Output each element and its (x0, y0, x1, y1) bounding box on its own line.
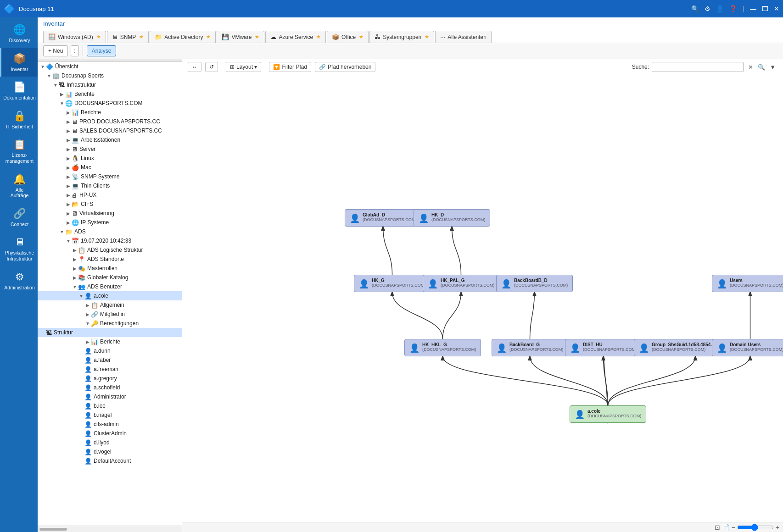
tree-toggle[interactable]: ▶ (65, 128, 72, 133)
tree-toggle[interactable]: ▶ (65, 119, 72, 124)
star-systemgruppen[interactable]: ★ (425, 34, 429, 40)
star-vmware[interactable]: ★ (255, 34, 259, 40)
search-input[interactable] (652, 62, 744, 72)
tree-item[interactable]: ▶ 🔗 Mitglied in (38, 310, 182, 319)
tree-item[interactable]: 👤 DefaultAccount (38, 456, 182, 466)
tree-toggle[interactable]: ▶ (72, 248, 78, 253)
tree-toggle[interactable]: ▼ (39, 64, 46, 69)
tree-toggle[interactable]: ▶ (84, 339, 91, 344)
tree-item[interactable]: 👤 b.nagel (38, 410, 182, 420)
tree-item[interactable]: 👤 a.gregory (38, 374, 182, 383)
tree-item[interactable]: 👤 a.schofield (38, 383, 182, 392)
tree-toggle[interactable]: ▶ (65, 193, 72, 198)
tab-systemgruppen[interactable]: 🖧 Systemgruppen ★ (369, 31, 434, 43)
tree-item[interactable]: ▶ 📊 Berichte (38, 89, 182, 99)
diagram-node-n4[interactable]: 👤 HK_PAL_G (DOCUSNAPSPORTS.COM) (423, 275, 499, 292)
minimize-button[interactable]: — (750, 5, 756, 12)
diagram-node-n5[interactable]: 👤 BackBoardB_D (DOCUSNAPSPORTS.COM) (496, 275, 573, 292)
tree-item[interactable]: ▼ 🏢 Docusnap Sports (38, 71, 182, 80)
sidebar-item-connect[interactable]: 🔗 Connect (0, 203, 38, 232)
diagram-node-n8[interactable]: 👤 BackBoard_G (DOCUSNAPSPORTS.COM) (492, 339, 568, 356)
maximize-button[interactable]: 🗖 (762, 5, 768, 12)
zoom-slider[interactable] (737, 524, 774, 531)
tree-toggle[interactable]: ▼ (84, 321, 91, 326)
tree-item[interactable]: ▶ 🎭 Masterrollen (38, 264, 182, 273)
tree-item[interactable]: 👤 a.dunn (38, 346, 182, 355)
tree-item[interactable]: ▶ 🖥 PROD.DOCUSNAPSPORTS.CC (38, 117, 182, 126)
user-icon[interactable]: 👤 (716, 5, 724, 12)
tree-item[interactable]: 👤 cifs-admin (38, 420, 182, 429)
tree-item[interactable]: ▶ 🌐 IP Systeme (38, 218, 182, 227)
help-icon[interactable]: 🔍 (691, 5, 699, 12)
tree-toggle[interactable]: ▶ (59, 92, 65, 97)
diagram-node-n9[interactable]: 👤 DIST_HU (DOCUSNAPSPORTS.COM) (565, 339, 642, 356)
arrow-button[interactable]: ↔ (188, 62, 201, 72)
tree-toggle[interactable]: ▶ (72, 275, 78, 280)
tab-active-directory[interactable]: 📁 Active Directory ★ (150, 31, 216, 43)
tree-item[interactable]: 👤 Administrator (38, 392, 182, 401)
tree-item[interactable]: ▼ 📁 ADS (38, 227, 182, 236)
tree-item[interactable]: 👤 a.faber (38, 355, 182, 365)
refresh-button[interactable]: ↺ (205, 62, 218, 72)
tree-item[interactable]: ▼ 🌐 DOCUSNAPSPORTS.COM (38, 99, 182, 108)
more-button[interactable]: : (71, 45, 78, 56)
tree-item[interactable]: ▼ 👤 a.cole (38, 291, 182, 300)
tree-item[interactable]: ▶ 📊 Berichte (38, 108, 182, 117)
tree-toggle[interactable]: ▶ (65, 202, 72, 207)
clear-search-icon[interactable]: ✕ (746, 63, 755, 72)
search-execute-icon[interactable]: 🔍 (756, 63, 767, 72)
search-filter-icon[interactable]: ▼ (768, 63, 777, 72)
tree-item[interactable]: ▶ 📊 Berichte (38, 337, 182, 346)
settings-icon[interactable]: ⚙ (705, 5, 710, 12)
star-snmp[interactable]: ★ (139, 34, 144, 40)
tab-vmware[interactable]: 💾 VMware ★ (217, 31, 264, 43)
tree-item[interactable]: ▶ 🖥 SALES.DOCUSNAPSPORTS.CC (38, 126, 182, 135)
question-icon[interactable]: ❓ (729, 5, 737, 12)
tree-item[interactable]: ▶ 📋 ADS Logische Struktur (38, 245, 182, 255)
diagram-node-n6[interactable]: 👤 Users (DOCUSNAPSPORTS.COM) (712, 275, 783, 292)
tree-item[interactable]: 👤 d.vogel (38, 447, 182, 456)
diagram-node-n7[interactable]: 👤 HK_HKL_G (DOCUSNAPSPORTS.COM) (404, 339, 481, 356)
tree-item[interactable]: ▶ 📍 ADS Standorte (38, 255, 182, 264)
star-windows-ad[interactable]: ★ (96, 34, 101, 40)
tree-item[interactable]: ▶ 📚 Globaler Katalog (38, 273, 182, 282)
tree-toggle[interactable]: ▶ (65, 165, 72, 170)
tree-toggle[interactable]: ▶ (65, 183, 72, 188)
tree-item[interactable]: ▶ 🖥 Virtualisierung (38, 209, 182, 218)
zoom-minus-button[interactable]: − (732, 524, 735, 531)
sidebar-item-dokumentation[interactable]: 📄 Dokumentation (0, 77, 38, 105)
tree-item[interactable]: ▶ 💻 Arbeitsstationen (38, 135, 182, 144)
tree-item[interactable]: 👤 ClusterAdmin (38, 429, 182, 438)
tab-windows-ad[interactable]: 🪟 Windows (AD) ★ (43, 31, 106, 43)
tree-item[interactable]: 👤 b.lee (38, 401, 182, 410)
tree-toggle[interactable]: ▶ (65, 156, 72, 161)
tree-toggle[interactable]: ▶ (65, 138, 72, 143)
close-button[interactable]: ✕ (774, 5, 779, 12)
tree-toggle[interactable]: ▶ (65, 110, 72, 115)
tree-item[interactable]: ▼ 👥 ADS Benutzer (38, 282, 182, 291)
diagram-node-n3[interactable]: 👤 HK_G (DOCUSNAPSPORTS.COM) (354, 275, 431, 292)
tree-toggle[interactable]: ▼ (59, 101, 65, 106)
new-button[interactable]: + Neu (43, 45, 68, 56)
sidebar-item-lizenz[interactable]: 📋 Lizenz- management (0, 134, 38, 168)
tree-scroll[interactable]: ▼ 🔷 Übersicht ▼ 🏢 Docusnap Sports ▼ 🏗 In… (38, 62, 182, 526)
diagram-canvas[interactable]: 👤 GlobAd_D (DOCUSNAPSPORTS.COM) 👤 HK_D (… (182, 75, 783, 522)
sidebar-item-physikalische[interactable]: 🖥 Physikalische Infrastruktur (0, 232, 38, 266)
page-icon[interactable]: 📄 (722, 524, 730, 531)
tree-item[interactable]: ▶ 🖥 Server (38, 144, 182, 154)
tree-toggle[interactable]: ▶ (84, 312, 91, 317)
tree-toggle[interactable]: ▼ (78, 294, 84, 299)
tab-azure-service[interactable]: ☁ Azure Service ★ (265, 31, 326, 43)
sidebar-item-inventar[interactable]: 📦 Inventar (0, 48, 38, 77)
tree-toggle[interactable]: ▶ (65, 174, 72, 179)
sidebar-item-it-sicherheit[interactable]: 🔒 IT Sicherheit (0, 105, 38, 134)
diagram-node-n11[interactable]: 👤 Domain Users (DOCUSNAPSPORTS.COM) (712, 339, 783, 356)
tree-item[interactable]: 👤 d.llyod (38, 438, 182, 447)
tree-item[interactable]: ▶ 🐧 Linux (38, 154, 182, 163)
tree-toggle[interactable]: ▶ (65, 220, 72, 225)
analyse-button[interactable]: Analyse (87, 45, 117, 56)
tree-item[interactable]: ▼ 🔷 Übersicht (38, 62, 182, 71)
tab-snmp[interactable]: 🖥 SNMP ★ (107, 31, 149, 43)
tree-item[interactable]: ▶ 📡 SNMP Systeme (38, 172, 182, 181)
layout-button[interactable]: ⊞ Layout ▾ (226, 62, 261, 72)
